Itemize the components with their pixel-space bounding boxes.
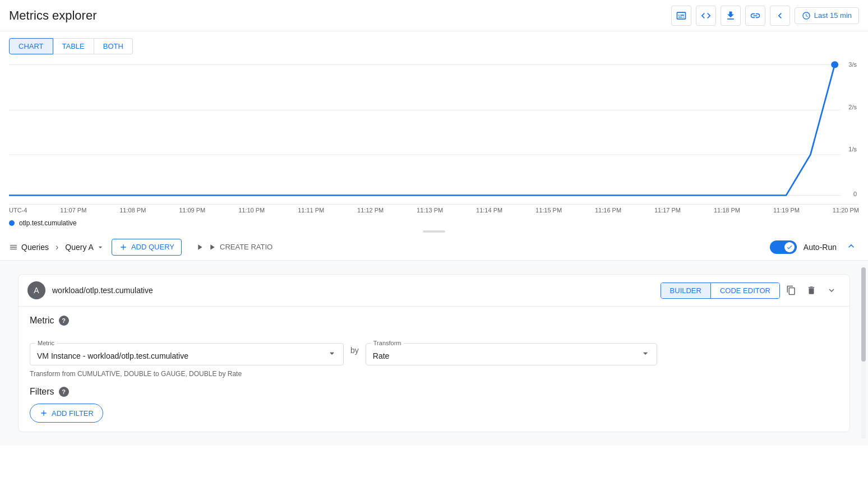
toggle-track [770,240,797,254]
time-range-label: Last 15 min [814,11,852,20]
transform-select-wrapper: Rate [366,343,657,365]
alert-icon-btn[interactable] [671,6,691,26]
view-tabs: CHART TABLE BOTH [9,38,859,54]
collapse-button[interactable] [843,238,859,256]
divider-handle[interactable] [0,229,868,234]
add-filter-button[interactable]: ADD FILTER [30,404,103,423]
builder-code-tabs: BUILDER CODE EDITOR [661,282,780,299]
code-icon-btn[interactable] [696,6,716,26]
y-label-2s: 2/s [848,104,857,110]
query-chip[interactable]: Query A [65,243,105,252]
query-panel-actions: BUILDER CODE EDITOR [661,281,841,299]
legend-dot [9,220,15,226]
link-icon-btn[interactable] [745,6,765,26]
x-label-1109: 11:09 PM [179,207,205,214]
add-filter-label: ADD FILTER [52,409,94,418]
metric-select[interactable]: VM Instance - workload/otlp.test.cumulat… [30,344,343,365]
metric-section-title: Metric ? [30,316,838,326]
x-label-1115: 11:15 PM [535,207,562,214]
query-panel-body: Metric ? Metric VM Instance - workload/o… [19,307,849,432]
delete-icon-btn[interactable] [802,281,820,299]
queries-bar: Queries › Query A ADD QUERY CREATE RATIO [0,234,868,261]
tab-table[interactable]: TABLE [53,38,94,54]
query-panel-left: A workload/otlp.test.cumulative [27,281,153,299]
back-icon-btn[interactable] [770,6,790,26]
filters-label: Filters [30,387,54,397]
metric-label: Metric [30,316,54,326]
filters-help-icon[interactable]: ? [59,387,69,397]
metric-field-label: Metric [35,340,57,346]
x-label-1114: 11:14 PM [476,207,502,214]
x-label-1112: 11:12 PM [357,207,384,214]
panel-collapse-btn[interactable] [823,281,841,299]
x-label-1111: 11:11 PM [298,207,324,214]
metric-field: Metric VM Instance - workload/otlp.test.… [30,332,344,365]
header-actions: Last 15 min [671,6,859,26]
query-panel-header: A workload/otlp.test.cumulative BUILDER … [19,275,849,307]
svg-point-4 [831,61,838,68]
metric-row: Metric VM Instance - workload/otlp.test.… [30,332,838,365]
transform-field-label: Transform [371,340,404,346]
create-ratio-button[interactable]: CREATE RATIO [188,239,279,255]
x-label-utc: UTC-4 [9,207,27,214]
y-label-0: 0 [853,191,857,197]
metric-select-wrapper: VM Instance - workload/otlp.test.cumulat… [30,343,344,365]
chart-svg [9,59,859,204]
add-query-button[interactable]: ADD QUERY [112,239,182,256]
auto-run-toggle[interactable] [770,240,797,254]
auto-run-label: Auto-Run [804,243,837,252]
x-label-1118: 11:18 PM [714,207,740,214]
x-label-1119: 11:19 PM [773,207,800,214]
transform-select[interactable]: Rate [366,344,657,365]
queries-bar-right: Auto-Run [770,238,859,256]
scrollbar-thumb[interactable] [861,267,866,362]
tab-chart[interactable]: CHART [9,38,53,54]
chart-container: CHART TABLE BOTH 3/s 2/s 1/s 0 UTC-4 11:… [0,31,868,229]
y-label-1s: 1/s [848,146,857,152]
x-label-1107: 11:07 PM [60,207,86,214]
query-chip-label: Query A [65,243,94,252]
queries-label-text: Queries [21,243,49,252]
x-label-1117: 11:17 PM [654,207,681,214]
add-query-label: ADD QUERY [131,243,174,251]
x-axis-labels: UTC-4 11:07 PM 11:08 PM 11:09 PM 11:10 P… [9,205,859,215]
x-label-1113: 11:13 PM [417,207,443,214]
x-label-1110: 11:10 PM [238,207,265,214]
queries-menu-btn[interactable]: Queries [9,243,49,252]
chart-legend: otlp.test.cumulative [9,215,859,229]
metric-help-icon[interactable]: ? [59,316,69,326]
toggle-thumb [784,242,795,252]
query-panel-title: workload/otlp.test.cumulative [52,286,153,295]
create-ratio-label: CREATE RATIO [220,243,273,251]
legend-label: otlp.test.cumulative [19,219,77,227]
x-label-1108: 11:08 PM [119,207,146,214]
chart-area: 3/s 2/s 1/s 0 [9,59,859,205]
builder-tab[interactable]: BUILDER [661,283,711,298]
x-label-1120: 11:20 PM [833,207,859,214]
copy-icon-btn[interactable] [782,281,800,299]
scrollbar-track[interactable] [861,267,866,439]
breadcrumb-arrow: › [56,242,58,252]
y-label-3s: 3/s [848,61,857,68]
tab-both[interactable]: BOTH [94,38,133,54]
code-editor-tab[interactable]: CODE EDITOR [711,283,779,298]
query-panel: A workload/otlp.test.cumulative BUILDER … [18,274,850,432]
by-text: by [350,344,359,355]
divider-pill [423,230,445,233]
time-range-selector[interactable]: Last 15 min [795,7,859,24]
page-title: Metrics explorer [9,8,96,23]
filters-section-title: Filters ? [30,387,838,397]
download-icon-btn[interactable] [721,6,741,26]
app-header: Metrics explorer Last 15 min [0,0,868,31]
transform-note: Transform from CUMULATIVE, DOUBLE to GAU… [30,370,838,378]
transform-field: Transform Rate [366,332,657,365]
x-label-1116: 11:16 PM [595,207,621,214]
query-avatar: A [27,281,45,299]
queries-bar-left: Queries › Query A ADD QUERY CREATE RATIO [9,239,761,256]
